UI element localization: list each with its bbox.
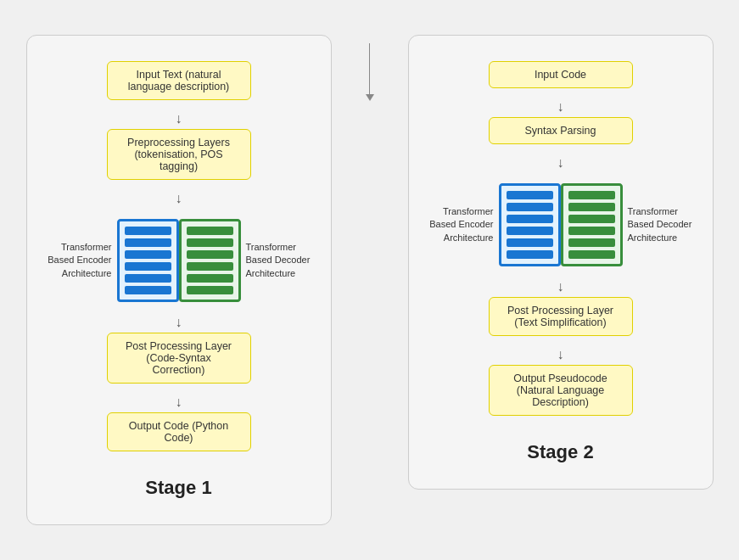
arrow1: ↓ <box>176 110 182 127</box>
arrow2: ↓ <box>176 190 182 207</box>
post-processing-text-box: Post Processing Layer (Text Simplificati… <box>489 297 633 336</box>
arrow7: ↓ <box>557 278 564 295</box>
syntax-parsing-box: Syntax Parsing <box>489 117 633 144</box>
arrow5: ↓ <box>557 98 564 115</box>
bar <box>125 227 171 235</box>
bar <box>568 191 615 199</box>
stage1-transformer-section: Transformer Based Encoder Architecture <box>44 219 314 302</box>
output-code-box: Output Code (Python Code) <box>107 412 251 451</box>
stage2-content: Input Code ↓ Syntax Parsing ↓ Transforme… <box>426 61 696 424</box>
arrow-head <box>366 94 374 101</box>
bar <box>125 274 171 283</box>
stage2-label: Stage 2 <box>527 441 593 463</box>
stage1-label: Stage 1 <box>145 477 211 499</box>
bar <box>125 238 171 247</box>
bar <box>507 215 553 223</box>
bar <box>568 203 615 211</box>
arrow8: ↓ <box>557 346 564 363</box>
stage1-encoder-bars <box>117 219 179 302</box>
stage1-decoder-bars <box>179 219 241 302</box>
bar <box>187 262 233 271</box>
bar <box>568 227 615 235</box>
stage2-decoder-bars <box>561 183 623 266</box>
bar <box>187 274 233 283</box>
stage2-box: Input Code ↓ Syntax Parsing ↓ Transforme… <box>408 35 714 490</box>
bar <box>507 191 553 199</box>
bar <box>507 238 553 247</box>
bar <box>568 238 615 247</box>
bar <box>507 203 553 211</box>
stage2-decoder-label: Transformer Based Decoder Architecture <box>628 205 696 244</box>
arrow3: ↓ <box>176 314 182 331</box>
diagram-container: Input Text (natural language description… <box>9 18 731 542</box>
bar <box>187 286 233 294</box>
bar <box>568 250 615 259</box>
input-text-box: Input Text (natural language description… <box>107 61 251 100</box>
output-pseudocode-box: Output Pseudocode (Natural Language Desc… <box>489 365 633 416</box>
bar <box>125 286 171 294</box>
arrow4: ↓ <box>176 394 182 411</box>
bar <box>187 238 233 247</box>
input-code-box: Input Code <box>489 61 633 88</box>
between-stage-arrow <box>366 35 374 101</box>
stage2-encoder-bars <box>499 183 561 266</box>
stage1-box: Input Text (natural language description… <box>26 35 332 525</box>
post-processing-box: Post Processing Layer (Code-Syntax Corre… <box>107 333 251 384</box>
bar <box>125 250 171 259</box>
stage1-content: Input Text (natural language description… <box>44 61 314 460</box>
bar <box>507 227 553 235</box>
bar <box>125 262 171 271</box>
bar <box>507 250 553 259</box>
stage2-encoder-label: Transformer Based Encoder Architecture <box>426 205 494 244</box>
stage1-encoder-label: Transformer Based Encoder Architecture <box>44 241 112 280</box>
preprocessing-box: Preprocessing Layers (tokenisation, POS … <box>107 129 251 180</box>
stage2-transformer-section: Transformer Based Encoder Architecture <box>426 183 696 266</box>
bar <box>187 227 233 235</box>
arrow6: ↓ <box>557 154 564 171</box>
bar <box>187 250 233 259</box>
bar <box>568 215 615 223</box>
vertical-line <box>369 43 370 94</box>
stage1-decoder-label: Transformer Based Decoder Architecture <box>246 241 314 280</box>
